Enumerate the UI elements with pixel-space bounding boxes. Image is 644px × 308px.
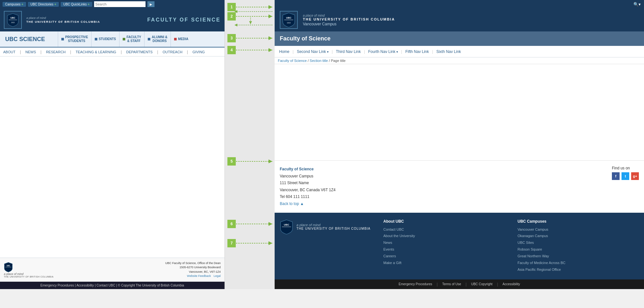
annotation-7: 7 — [227, 239, 236, 247]
ubc-directories-button[interactable]: UBC Directories + — [28, 2, 59, 7]
great-northern-link[interactable]: Great Northern Way — [517, 253, 639, 260]
social-icons: f t g+ — [612, 172, 639, 180]
right-content — [275, 64, 644, 160]
annotation-5: 5 — [227, 157, 236, 166]
legal-link[interactable]: Legal — [214, 274, 221, 278]
right-panel: 🔍▾ UBC 1915 a place of mind THE UNIVERSI… — [275, 0, 644, 289]
ubc-logo: UBC 1915 — [4, 11, 22, 29]
footer-address-block: Faculty of Science Vancouver Campus 111 … — [280, 166, 336, 208]
annotation-panel: 1 2 3 4 5 6 7 — [225, 0, 275, 289]
faculty-nav-title: UBC SCIENCE — [0, 31, 58, 47]
left-content-area — [0, 56, 225, 258]
googleplus-icon[interactable]: g+ — [631, 172, 639, 180]
facebook-icon[interactable]: f — [612, 172, 620, 180]
news-link[interactable]: NEWS — [25, 50, 36, 54]
outreach-link[interactable]: OUTREACH — [163, 50, 182, 54]
faculty-banner: Faculty of Science — [275, 31, 644, 46]
departments-link[interactable]: DEPARTMENTS — [126, 50, 153, 54]
dark-footer-logo: UBC a place of mind THE UNIVERSITY OF BR… — [280, 219, 371, 273]
medicine-link[interactable]: Faculty of Medicine Across BC — [517, 260, 639, 266]
about-university-link[interactable]: About the University — [384, 233, 505, 239]
right-breadcrumb: Faculty of Science / Section title / Pag… — [275, 57, 644, 64]
nav-item-alumni[interactable]: ALUMNI &DONORS — [144, 31, 171, 47]
ubc-campuses-col: UBC Campuses Vancouver Campus Okanagan C… — [517, 219, 639, 273]
nav-dot4 — [148, 38, 150, 40]
about-ubc-col: About UBC Contact UBC About the Universi… — [384, 219, 505, 273]
teaching-link[interactable]: TEACHING & LEARNING — [75, 50, 116, 54]
right-nav-third[interactable]: Third Nav Link — [334, 49, 363, 55]
ubc-sites-link[interactable]: UBC Sites — [517, 239, 639, 246]
right-footer-info: Faculty of Science Vancouver Campus 111 … — [275, 160, 644, 213]
search-go-button[interactable]: ▶ — [147, 1, 154, 7]
nav-item-media[interactable]: MEDIA — [171, 31, 191, 47]
right-nav-home[interactable]: Home — [277, 49, 291, 55]
annotation-6: 6 — [227, 220, 236, 228]
giving-link[interactable]: GIVING — [192, 50, 205, 54]
breadcrumb-page: Page title — [331, 59, 346, 63]
back-to-top-link[interactable]: Back to top ▲ — [280, 201, 304, 206]
right-top-bar: 🔍▾ — [275, 0, 644, 8]
svg-text:UBC: UBC — [284, 223, 289, 226]
annotation-2: 2 — [227, 12, 236, 21]
asia-pacific-link[interactable]: Asia Pacific Regional Office — [517, 266, 639, 273]
find-us-section: Find us on f t g+ — [612, 166, 639, 208]
annotation-3: 3 — [227, 34, 236, 42]
campuses-button[interactable]: Campuses + — [3, 2, 26, 7]
nav-dot — [61, 38, 64, 40]
svg-text:1915: 1915 — [287, 22, 291, 24]
robson-square-link[interactable]: Robson Square — [517, 246, 639, 253]
right-ubc-logo: UBC 1915 — [280, 11, 298, 29]
nav-item-students[interactable]: STUDENTS — [91, 31, 119, 47]
news-link-footer[interactable]: News — [384, 239, 505, 246]
right-bottom-bar: Emergency Procedures | Terms of Use | UB… — [275, 279, 644, 289]
search-input[interactable] — [94, 1, 146, 7]
right-dark-footer: UBC a place of mind THE UNIVERSITY OF BR… — [275, 213, 644, 279]
nav-item-prospective[interactable]: PROSPECTIVESTUDENTS — [58, 31, 91, 47]
nav-items: PROSPECTIVESTUDENTS STUDENTS FACULTY& ST… — [58, 31, 192, 47]
svg-text:UBC: UBC — [10, 17, 15, 19]
nav-dot5 — [174, 38, 177, 40]
right-search-icon[interactable]: 🔍▾ — [633, 2, 641, 7]
right-ubc-header: UBC 1915 a place of mind THE UNIVERSITY … — [275, 8, 644, 31]
breadcrumb-faculty[interactable]: Faculty of Science — [278, 59, 307, 63]
annotation-1: 1 — [227, 3, 236, 11]
accessibility-link[interactable]: Accessibility — [503, 282, 520, 286]
okanagan-campus-link[interactable]: Okanagan Campus — [517, 233, 639, 239]
website-feedback-link[interactable]: Website Feedback — [187, 274, 211, 278]
svg-text:1915: 1915 — [11, 21, 14, 23]
annotation-4: 4 — [227, 46, 236, 54]
nav-dot3 — [123, 38, 125, 40]
nav-item-faculty[interactable]: FACULTY& STAFF — [119, 31, 144, 47]
careers-link[interactable]: Careers — [384, 253, 505, 260]
twitter-icon[interactable]: t — [622, 172, 629, 180]
terms-link[interactable]: Terms of Use — [442, 282, 461, 286]
events-link[interactable]: Events — [384, 246, 505, 253]
right-nav-second[interactable]: Second Nav Link — [295, 49, 331, 55]
svg-text:UBC: UBC — [286, 16, 292, 19]
faculty-nav: UBC SCIENCE PROSPECTIVESTUDENTS STUDENTS… — [0, 31, 225, 47]
left-ubc-header: UBC 1915 a place of mind THE UNIVERSITY … — [0, 8, 225, 31]
ubc-quicklinks-button[interactable]: UBC QuickLinks + — [61, 2, 92, 7]
contact-ubc-link[interactable]: Contact UBC — [384, 226, 505, 233]
nav-dot2 — [95, 38, 97, 40]
emergency-link[interactable]: Emergency Procedures — [399, 282, 432, 286]
vancouver-campus-link[interactable]: Vancouver Campus — [517, 226, 639, 233]
right-nav-fourth[interactable]: Fourth Nav Link — [366, 49, 400, 55]
right-header-text: a place of mind THE UNIVERSITY OF BRITIS… — [303, 14, 395, 26]
left-panel: Campuses + UBC Directories + UBC QuickLi… — [0, 0, 225, 289]
right-nav: Home | Second Nav Link | Third Nav Link … — [275, 46, 644, 57]
footer-address: UBC Faculty of Science, Office of the De… — [165, 261, 221, 278]
about-link[interactable]: ABOUT — [3, 50, 15, 54]
footer-logo: UBC a place of mind THE UNIVERSITY OF BR… — [4, 262, 54, 278]
make-gift-link[interactable]: Make a Gift — [384, 260, 505, 266]
left-bottom-bar: Emergency Procedures | Accessibility | C… — [0, 282, 225, 289]
right-nav-fifth[interactable]: Fifth Nav Link — [403, 49, 431, 55]
plus-icon2: + — [54, 3, 56, 6]
plus-icon3: + — [88, 3, 90, 6]
research-link[interactable]: RESEARCH — [46, 50, 66, 54]
right-nav-sixth[interactable]: Sixth Nav Link — [434, 49, 463, 55]
svg-text:UBC: UBC — [6, 264, 10, 266]
plus-icon: + — [22, 3, 23, 6]
breadcrumb-section[interactable]: Section title — [310, 59, 328, 63]
copyright-link[interactable]: UBC Copyright — [471, 282, 493, 286]
